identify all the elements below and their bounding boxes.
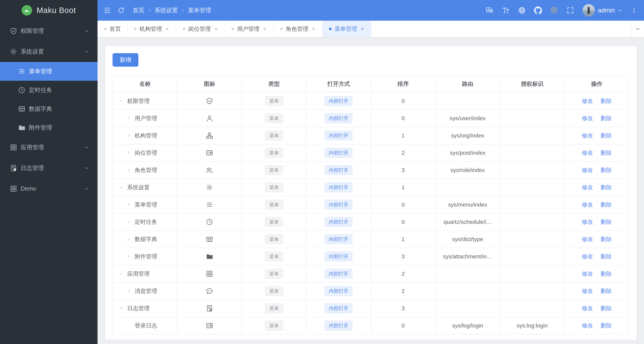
delete-link[interactable]: 删除 (600, 322, 612, 328)
edit-link[interactable]: 修改 (582, 271, 593, 277)
delete-link[interactable]: 删除 (600, 305, 612, 311)
table-row: 日志管理菜单内部打开3修改删除 (113, 300, 629, 317)
sidebar-item[interactable]: Demo (0, 178, 98, 199)
gitee-icon[interactable] (550, 7, 558, 14)
tab-close-icon[interactable] (262, 27, 267, 31)
breadcrumb-item[interactable]: 系统设置 (154, 7, 178, 14)
sidebar-subitem[interactable]: 数据字典 (0, 100, 98, 118)
collapse-row-icon[interactable] (119, 306, 127, 311)
type-cell: 菜单 (242, 92, 306, 110)
collapse-row-icon[interactable] (119, 185, 127, 190)
delete-link[interactable]: 删除 (600, 288, 612, 294)
edit-link[interactable]: 修改 (582, 150, 593, 156)
expand-row-icon[interactable] (126, 289, 135, 293)
expand-row-icon[interactable] (126, 150, 135, 155)
username: admin (598, 7, 615, 14)
edit-link[interactable]: 修改 (582, 202, 593, 208)
more-options-icon[interactable] (631, 7, 637, 14)
table-row: 机构管理菜单内部打开1sys/org/index修改删除 (113, 127, 629, 144)
delete-link[interactable]: 删除 (600, 98, 612, 104)
tab-close-icon[interactable] (214, 27, 218, 31)
tab-close-icon[interactable] (165, 27, 170, 31)
tab-item[interactable]: 角色管理 (274, 21, 322, 37)
edit-link[interactable]: 修改 (582, 288, 593, 294)
collapse-sidebar-icon[interactable] (103, 6, 112, 15)
edit-link[interactable]: 修改 (582, 322, 593, 328)
collapse-row-icon[interactable] (119, 271, 127, 276)
actions-cell: 修改删除 (564, 300, 629, 317)
expand-row-icon[interactable] (126, 237, 135, 242)
delete-link[interactable]: 删除 (600, 219, 612, 225)
add-button[interactable]: 新增 (112, 53, 138, 67)
type-tag: 菜单 (265, 131, 283, 140)
sidebar-item[interactable]: 应用管理 (0, 137, 98, 158)
edit-link[interactable]: 修改 (582, 132, 593, 139)
tab-item[interactable]: 用户管理 (225, 21, 274, 37)
tab-close-icon[interactable] (360, 27, 364, 31)
expand-row-icon[interactable] (126, 116, 135, 121)
delete-link[interactable]: 删除 (600, 132, 612, 139)
edit-link[interactable]: 修改 (582, 305, 593, 311)
delete-link[interactable]: 删除 (600, 236, 612, 242)
font-size-icon[interactable] (502, 7, 510, 14)
icon-cell (177, 127, 242, 144)
edit-link[interactable]: 修改 (582, 219, 593, 225)
collapse-row-icon[interactable] (119, 99, 127, 103)
name-cell: 机构管理 (113, 127, 177, 144)
breadcrumb-item[interactable]: 菜单管理 (188, 7, 211, 14)
tab-list-dropdown[interactable] (631, 21, 644, 37)
sort-cell: 0 (371, 92, 436, 110)
tab-close-icon[interactable] (311, 27, 316, 31)
delete-link[interactable]: 删除 (600, 115, 612, 121)
sidebar-item[interactable]: 权限管理 (0, 21, 98, 41)
edit-link[interactable]: 修改 (582, 184, 593, 190)
tab-item[interactable]: 岗位管理 (176, 21, 225, 37)
sort-cell: 3 (371, 161, 436, 179)
table-row: 系统设置菜单内部打开1修改删除 (113, 179, 629, 196)
tab-active[interactable]: 菜单管理 (322, 21, 371, 37)
expand-row-icon[interactable] (126, 202, 135, 207)
app-title: Maku Boot (36, 6, 76, 15)
edit-link[interactable]: 修改 (582, 253, 593, 259)
delete-link[interactable]: 删除 (600, 253, 612, 259)
open-mode-tag: 内部打开 (325, 131, 352, 140)
fullscreen-icon[interactable] (566, 7, 574, 14)
sidebar-item[interactable]: 日志管理 (0, 158, 98, 178)
sidebar-subitem[interactable]: 菜单管理 (0, 62, 98, 81)
edit-link[interactable]: 修改 (582, 98, 593, 104)
tab-item[interactable]: 首页 (98, 21, 128, 37)
log-icon (206, 305, 213, 312)
sidebar-item[interactable]: 系统设置 (0, 41, 98, 62)
dict-icon (18, 105, 26, 113)
tab-item[interactable]: 机构管理 (128, 21, 176, 37)
delete-link[interactable]: 删除 (600, 184, 612, 190)
expand-row-icon[interactable] (126, 254, 135, 259)
expand-row-icon[interactable] (126, 133, 135, 138)
edit-link[interactable]: 修改 (582, 236, 593, 242)
github-icon[interactable] (534, 7, 542, 14)
translate-icon[interactable] (486, 7, 494, 14)
open-mode-tag: 内部打开 (325, 200, 352, 210)
icon-cell (177, 92, 242, 110)
delete-link[interactable]: 删除 (600, 150, 612, 156)
breadcrumb-item[interactable]: 首页 (133, 7, 144, 14)
refresh-icon[interactable] (117, 6, 125, 15)
delete-link[interactable]: 删除 (600, 202, 612, 208)
actions-cell: 修改删除 (564, 179, 629, 196)
delete-link[interactable]: 删除 (600, 271, 612, 277)
globe-icon[interactable] (518, 7, 526, 14)
user-menu[interactable]: admin (582, 4, 622, 17)
expand-row-icon[interactable] (126, 168, 135, 173)
expand-row-icon[interactable] (126, 220, 135, 224)
open-mode-cell: 内部打开 (306, 110, 371, 127)
sort-cell: 0 (371, 213, 436, 231)
sidebar-subitem[interactable]: 定时任务 (0, 81, 98, 100)
edit-link[interactable]: 修改 (582, 115, 593, 121)
edit-link[interactable]: 修改 (582, 167, 593, 173)
delete-link[interactable]: 删除 (600, 167, 612, 173)
role-icon (206, 166, 213, 174)
menu-name: 日志管理 (127, 304, 150, 312)
route-cell (436, 300, 500, 317)
sidebar-subitem[interactable]: 附件管理 (0, 118, 98, 137)
tab-label: 首页 (110, 25, 121, 33)
